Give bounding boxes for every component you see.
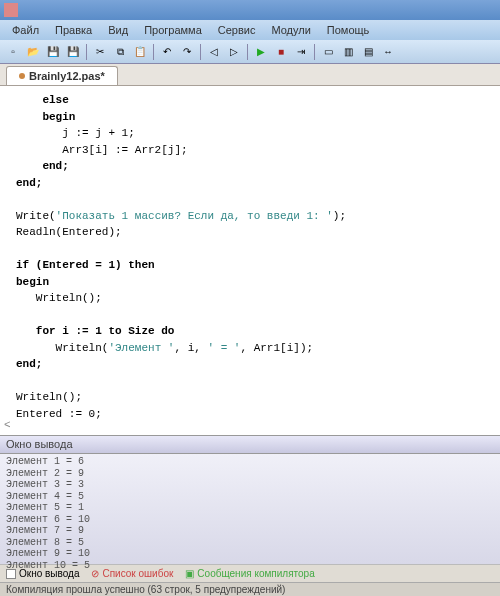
menu-program[interactable]: Программа: [136, 22, 210, 38]
separator: [247, 44, 248, 60]
separator: [86, 44, 87, 60]
paste-icon[interactable]: 📋: [131, 43, 149, 61]
tab-title: Brainly12.pas*: [29, 70, 105, 82]
code-content: else begin j := j + 1; Arr3[i] := Arr2[j…: [16, 92, 484, 436]
save-icon[interactable]: 💾: [44, 43, 62, 61]
run-icon[interactable]: ▶: [252, 43, 270, 61]
menu-edit[interactable]: Правка: [47, 22, 100, 38]
open-icon[interactable]: 📂: [24, 43, 42, 61]
checkbox-icon: [6, 569, 16, 579]
separator: [314, 44, 315, 60]
new-icon[interactable]: ▫: [4, 43, 22, 61]
window1-icon[interactable]: ▭: [319, 43, 337, 61]
status-text: Компиляция прошла успешно (63 строк, 5 п…: [6, 584, 285, 595]
back-icon[interactable]: ◁: [205, 43, 223, 61]
step-icon[interactable]: ⇥: [292, 43, 310, 61]
menu-service[interactable]: Сервис: [210, 22, 264, 38]
separator: [153, 44, 154, 60]
code-editor[interactable]: else begin j := j + 1; Arr3[i] := Arr2[j…: [0, 86, 500, 436]
compiler-icon: ▣: [185, 568, 194, 579]
window2-icon[interactable]: ▥: [339, 43, 357, 61]
titlebar: [0, 0, 500, 20]
statusbar: Компиляция прошла успешно (63 строк, 5 п…: [0, 582, 500, 596]
menu-help[interactable]: Помощь: [319, 22, 378, 38]
menu-file[interactable]: Файл: [4, 22, 47, 38]
tab-compiler[interactable]: ▣ Сообщения компилятора: [185, 568, 314, 579]
undo-icon[interactable]: ↶: [158, 43, 176, 61]
error-icon: ⊘: [91, 568, 99, 579]
redo-icon[interactable]: ↷: [178, 43, 196, 61]
forward-icon[interactable]: ▷: [225, 43, 243, 61]
stop-icon[interactable]: ■: [272, 43, 290, 61]
window4-icon[interactable]: ↔: [379, 43, 397, 61]
output-panel-header: Окно вывода: [0, 436, 500, 454]
tab-errors[interactable]: ⊘ Список ошибок: [91, 568, 173, 579]
window3-icon[interactable]: ▤: [359, 43, 377, 61]
menu-view[interactable]: Вид: [100, 22, 136, 38]
tabbar: Brainly12.pas*: [0, 64, 500, 86]
output-panel[interactable]: Элемент 1 = 6 Элемент 2 = 9 Элемент 3 = …: [0, 454, 500, 564]
modified-indicator-icon: [19, 73, 25, 79]
output-content: Элемент 1 = 6 Элемент 2 = 9 Элемент 3 = …: [6, 456, 494, 571]
scroll-left-icon[interactable]: <: [4, 417, 11, 434]
separator: [200, 44, 201, 60]
toolbar: ▫ 📂 💾 💾 ✂ ⧉ 📋 ↶ ↷ ◁ ▷ ▶ ■ ⇥ ▭ ▥ ▤ ↔: [0, 40, 500, 64]
file-tab[interactable]: Brainly12.pas*: [6, 66, 118, 85]
app-icon: [4, 3, 18, 17]
menubar: Файл Правка Вид Программа Сервис Модули …: [0, 20, 500, 40]
copy-icon[interactable]: ⧉: [111, 43, 129, 61]
saveall-icon[interactable]: 💾: [64, 43, 82, 61]
menu-modules[interactable]: Модули: [263, 22, 318, 38]
tab-output[interactable]: Окно вывода: [6, 568, 79, 579]
cut-icon[interactable]: ✂: [91, 43, 109, 61]
